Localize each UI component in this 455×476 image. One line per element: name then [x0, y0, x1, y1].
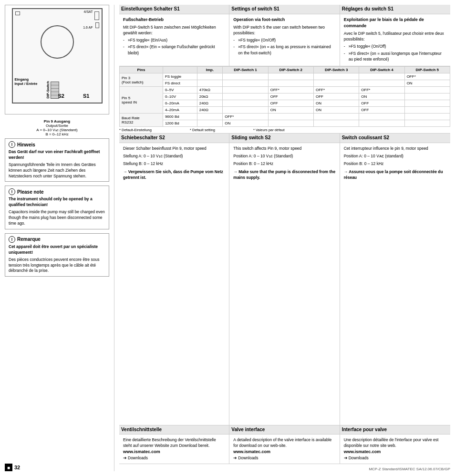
schiebe-fr-body1: Cet interrupteur influence le pin 9, mot…: [344, 145, 446, 151]
settings-body: With DIP switch 5 the user can switch be…: [233, 24, 335, 36]
valve-de-title: Ventilschnittstelle: [119, 425, 229, 435]
schiebe-en-body3: Position B: 0 – 12 kHz: [233, 161, 335, 166]
sat-label: 4/SAT: [84, 10, 93, 13]
please-note-body: Capacitors inside the pump may still be …: [9, 209, 105, 227]
col-dip3: DIP-Switch 3: [313, 67, 359, 73]
col-imp: Imp.: [197, 67, 223, 73]
table-row: Pin 5speed IN 0–5V 470kΩ OFF* OFF* OFF*: [120, 87, 450, 93]
please-note-box: ! Please note The instrument should only…: [5, 186, 109, 229]
page: 4/SAT 1.6 AF EingangInput / Entrée DIP-S…: [0, 0, 455, 476]
settings-list: »FS toggle« (On/Off) »FS direct« (on = a…: [233, 37, 335, 56]
warning-icon-3: !: [9, 236, 15, 243]
switch-table-container: Pins Imp. DIP-Switch 1 DIP-Switch 2 DIP-…: [119, 66, 450, 133]
page-footer: ■ 32: [5, 459, 109, 471]
schiebe-en-title: Sliding switch S2: [229, 134, 339, 143]
table-row: 4–20mA 240Ω ON ON OFF: [120, 107, 450, 114]
valve-de-dl-label: Downloads: [128, 455, 148, 461]
valve-en-dl: ➔ Downloads: [233, 455, 335, 461]
schiebe-fr-arrow-text: → Assurez-vous que la pompe soit déconne…: [344, 169, 446, 181]
s2-label: S2: [58, 93, 64, 99]
valve-fr-section: Interface pour valve Une description dét…: [340, 425, 450, 464]
pin5-header: Pin 5speed IN: [120, 87, 163, 114]
eingang-label: EingangInput / Entrée: [15, 77, 38, 86]
schiebe-de-body1: Dieser Schalter beeinflusst Pin 9, motor…: [123, 145, 225, 151]
table-row: 0–10V 20kΩ OFF OFF ON: [120, 93, 450, 100]
list-item: »FS direct« (on = as long as pressure is…: [233, 44, 335, 56]
valve-en-website: www.ismatec.com: [233, 449, 335, 455]
arrow-icon-3: ➔: [344, 455, 348, 461]
device-diagram: 4/SAT 1.6 AF EingangInput / Entrée DIP-S…: [5, 5, 109, 114]
top-three-sections: Einstellungen Schalter S1 Fußschalter-Be…: [119, 5, 450, 66]
valve-en-section: Valve interface A detailed description o…: [229, 425, 340, 464]
table-row: 1200 Bd ON: [120, 120, 450, 127]
right-column: Einstellungen Schalter S1 Fußschalter-Be…: [114, 5, 450, 471]
settings-title: Settings of switch S1: [229, 5, 339, 14]
table-row: 0–20mA 240Ω OFF ON OFF: [120, 100, 450, 107]
valve-en-body: A detailed description of the valve inte…: [233, 437, 335, 449]
schiebe-sections: Schiebeschalter S2 Dieser Schalter beein…: [119, 133, 450, 424]
valve-fr-title: Interface pour valve: [340, 425, 450, 435]
remarque-box: ! Remarque Cet appareil doit être ouvert…: [5, 233, 109, 277]
valve-de-section: Ventilschnittstelle Eine detaillierte Be…: [119, 425, 229, 464]
einstellungen-subtitle: Fußschalter-Betrieb: [123, 17, 225, 23]
page-number-square: ■: [5, 464, 12, 471]
pin3-header: Pin 3(Foot switch): [120, 73, 163, 87]
hinweis-box: ! Hinweis Das Gerät darf nur von einer F…: [5, 138, 109, 182]
fs-toggle-label: FS toggle: [163, 73, 197, 80]
remarque-title: Remarque: [17, 237, 41, 242]
col-dip2: DIP-Switch 2: [268, 67, 313, 73]
list-item: »FS toggle« (Ein/Aus): [123, 37, 225, 43]
valve-fr-dl: ➔ Downloads: [344, 455, 446, 461]
table-row: Baud RateRS232 9600 Bd OFF*: [120, 114, 450, 120]
warning-icon: !: [9, 141, 15, 148]
schiebe-de-section: Schiebeschalter S2 Dieser Schalter beein…: [119, 134, 229, 424]
table-row: FS direct ON: [120, 80, 450, 87]
table-row: Pin 3(Foot switch) FS toggle OFF*: [120, 73, 450, 80]
reglages-title: Réglages du switch S1: [340, 5, 450, 14]
schiebe-en-body2: Position A: 0 – 10 V₁c (Standard): [233, 153, 335, 159]
please-note-title: Please note: [17, 189, 44, 195]
schiebe-fr-body2: Position A: 0 – 10 Vᴀᴄ (standard): [344, 153, 446, 159]
baud-header: Baud RateRS232: [120, 114, 163, 127]
table-notes: * Default-Einstellung * Default setting …: [119, 127, 450, 133]
section-settings: Settings of switch S1 Operation via foot…: [229, 5, 340, 66]
schiebe-fr-body3: Position B: 0 – 12 kHz: [344, 161, 446, 166]
arrow-icon: ➔: [123, 455, 127, 461]
footer-text: MCP-Z Standard/ISMATEC SA/12.06.07/CB/GP: [369, 467, 450, 471]
col-pins: Pins: [120, 67, 163, 73]
valve-en-dl-label: Downloads: [238, 455, 258, 461]
reglages-subtitle: Exploitation par le biais de la pédale d…: [344, 17, 446, 29]
schiebe-fr-title: Switch coulissant S2: [340, 134, 450, 143]
remarque-body: Des pièces conductrices peuvent encore ê…: [9, 257, 105, 274]
schiebe-en-section: Sliding switch S2 This switch affects Pi…: [229, 134, 340, 424]
valve-fr-dl-label: Downloads: [349, 455, 369, 461]
schiebe-en-body1: This switch affects Pin 9, motor speed: [233, 145, 335, 151]
dip-switch-label: DIP-Switch: [46, 81, 50, 99]
schiebe-fr-note: → Assurez-vous que la pompe soit déconne…: [344, 169, 446, 181]
s1-label: S1: [83, 93, 89, 99]
pin9-info: Pin 9 Ausgang Output/Sortie A = 0–10 V₁c…: [5, 119, 109, 136]
settings-subtitle: Operation via foot-switch: [233, 17, 335, 23]
bottom-footer: MCP-Z Standard/ISMATEC SA/12.06.07/CB/GP: [119, 464, 450, 471]
col-dip5: DIP-Switch 5: [404, 67, 450, 73]
schiebe-de-note: → Vergewissern Sie sich, dass die Pumpe …: [123, 169, 225, 181]
note-de: * Default-Einstellung: [119, 128, 152, 132]
section-einstellungen: Einstellungen Schalter S1 Fußschalter-Be…: [119, 5, 229, 66]
arrow-icon-2: ➔: [233, 455, 237, 461]
hinweis-body: Spannungsführende Teile im Innern des Ge…: [9, 162, 105, 179]
einstellungen-title: Einstellungen Schalter S1: [119, 5, 229, 14]
schiebe-en-note: → Make sure that the pump is disconnecte…: [233, 169, 335, 181]
schiebe-en-arrow-text: → Make sure that the pump is disconnecte…: [233, 169, 335, 181]
einstellungen-list: »FS toggle« (Ein/Aus) »FS direct« (Ein =…: [123, 37, 225, 56]
col-dip1: DIP-Switch 1: [223, 67, 268, 73]
schiebe-fr-section: Switch coulissant S2 Cet interrupteur in…: [340, 134, 450, 424]
schiebe-de-body3: Stellung B: 0 – 12 kHz: [123, 161, 225, 166]
valve-de-dl: ➔ Downloads: [123, 455, 225, 461]
switch-table: Pins Imp. DIP-Switch 1 DIP-Switch 2 DIP-…: [119, 66, 450, 127]
page-number: 32: [14, 465, 20, 470]
list-item: »FS direct« (Ein = solange Fußschalter g…: [123, 44, 225, 56]
col-dip4: DIP-Switch 4: [359, 67, 404, 73]
schiebe-de-title: Schiebeschalter S2: [119, 134, 229, 143]
valve-fr-body: Une description détaillée de l'interface…: [344, 437, 446, 449]
schiebe-de-arrow-text: → Vergewissern Sie sich, dass die Pumpe …: [123, 169, 225, 181]
